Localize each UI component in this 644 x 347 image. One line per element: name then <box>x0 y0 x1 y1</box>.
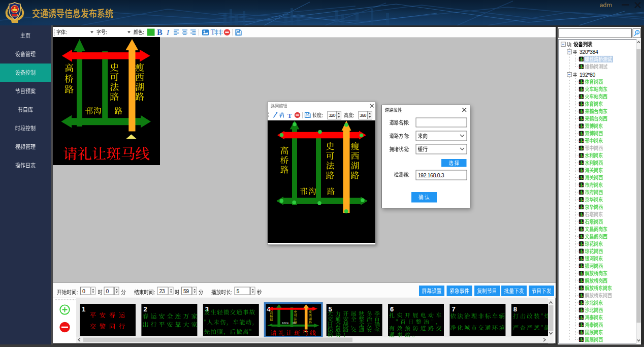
svg-text:59: 59 <box>183 288 189 294</box>
svg-text:0: 0 <box>82 288 85 294</box>
svg-text:23: 23 <box>159 288 165 294</box>
svg-text:I: I <box>166 28 170 37</box>
svg-text:0: 0 <box>106 288 109 294</box>
svg-text:T: T <box>211 28 215 36</box>
svg-text:192*80: 192*80 <box>579 72 595 78</box>
svg-text:3: 3 <box>637 31 638 34</box>
svg-text:192.168.0.3: 192.168.0.3 <box>418 172 444 178</box>
svg-text:T: T <box>287 112 292 119</box>
svg-text:B: B <box>157 28 163 37</box>
svg-text:368: 368 <box>360 113 366 118</box>
svg-text:320: 320 <box>329 113 335 118</box>
svg-text:5: 5 <box>237 288 240 294</box>
svg-text:320*384: 320*384 <box>579 49 598 55</box>
